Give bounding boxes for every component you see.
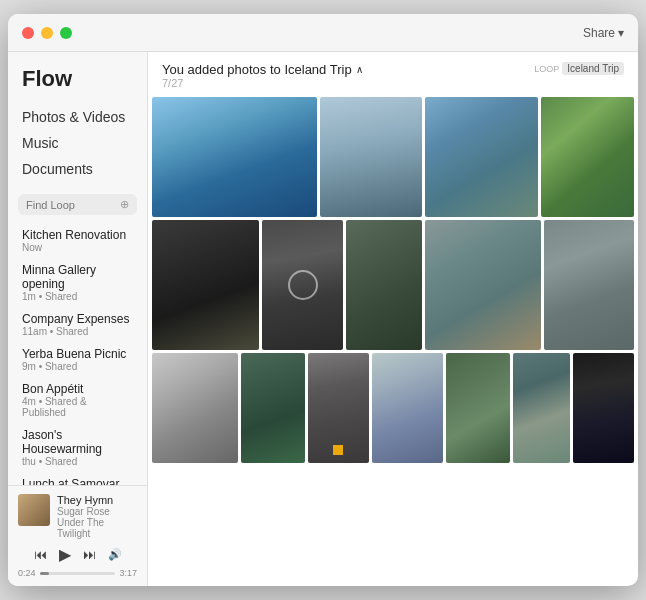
photo-14[interactable] bbox=[446, 353, 510, 463]
chevron-up-icon[interactable]: ∧ bbox=[356, 64, 363, 75]
activity-title: You added photos to Iceland Trip ∧ bbox=[162, 62, 363, 77]
main-header: You added photos to Iceland Trip ∧ 7/27 … bbox=[148, 52, 638, 93]
loop-label: LOOP Iceland Trip bbox=[534, 62, 624, 75]
photo-10[interactable] bbox=[152, 353, 238, 463]
photo-7[interactable] bbox=[346, 220, 422, 350]
loop-item-yerba-buena[interactable]: Yerba Buena Picnic 9m • Shared bbox=[8, 342, 147, 377]
photo-row-1 bbox=[152, 97, 634, 217]
photo-11[interactable] bbox=[241, 353, 305, 463]
photo-row-3 bbox=[152, 353, 634, 463]
play-button[interactable]: ▶ bbox=[56, 544, 74, 565]
photo-3[interactable] bbox=[425, 97, 538, 217]
content-area: Flow Photos & Videos Music Documents ⊕ K… bbox=[8, 52, 638, 586]
photo-9[interactable] bbox=[544, 220, 634, 350]
minimize-button[interactable] bbox=[41, 27, 53, 39]
activity-info: You added photos to Iceland Trip ∧ 7/27 bbox=[162, 62, 363, 89]
photo-8[interactable] bbox=[425, 220, 541, 350]
elapsed-time: 0:24 bbox=[18, 568, 36, 578]
photo-grid bbox=[148, 93, 638, 586]
music-player: They Hymn Sugar Rose Under The Twilight … bbox=[8, 485, 147, 586]
volume-button[interactable]: 🔊 bbox=[105, 547, 125, 562]
search-input[interactable] bbox=[26, 199, 116, 211]
photo-6[interactable] bbox=[262, 220, 343, 350]
music-info: They Hymn Sugar Rose Under The Twilight bbox=[18, 494, 137, 539]
sidebar-item-photos-videos[interactable]: Photos & Videos bbox=[8, 104, 147, 130]
music-controls: ⏮ ▶ ⏭ 🔊 bbox=[18, 544, 137, 565]
search-icon: ⊕ bbox=[120, 198, 129, 211]
share-label: Share bbox=[583, 26, 615, 40]
sidebar: Flow Photos & Videos Music Documents ⊕ K… bbox=[8, 52, 148, 586]
titlebar-actions: Share ▾ bbox=[583, 26, 624, 40]
loop-item-kitchen-renovation[interactable]: Kitchen Renovation Now bbox=[8, 223, 147, 258]
loop-icon: LOOP bbox=[534, 64, 559, 74]
music-progress: 0:24 3:17 bbox=[18, 568, 137, 578]
forward-button[interactable]: ⏭ bbox=[80, 546, 99, 563]
photo-5[interactable] bbox=[152, 220, 259, 350]
main-content: You added photos to Iceland Trip ∧ 7/27 … bbox=[148, 52, 638, 586]
loop-item-jasons-housewarming[interactable]: Jason's Housewarming thu • Shared bbox=[8, 423, 147, 472]
photo-overlay-circle bbox=[288, 270, 318, 300]
sidebar-item-documents[interactable]: Documents bbox=[8, 156, 147, 182]
music-artist: Sugar Rose bbox=[57, 506, 137, 517]
album-art bbox=[18, 494, 50, 526]
sidebar-item-music[interactable]: Music bbox=[8, 130, 147, 156]
share-button[interactable]: Share ▾ bbox=[583, 26, 624, 40]
loop-item-company-expenses[interactable]: Company Expenses 11am • Shared bbox=[8, 307, 147, 342]
progress-bar[interactable] bbox=[40, 572, 116, 575]
loop-item-bon-appetit[interactable]: Bon Appétit 4m • Shared & Published bbox=[8, 377, 147, 423]
photo-pin bbox=[333, 445, 343, 455]
sidebar-search[interactable]: ⊕ bbox=[18, 194, 137, 215]
rewind-button[interactable]: ⏮ bbox=[31, 546, 50, 563]
photo-4[interactable] bbox=[541, 97, 634, 217]
photo-2[interactable] bbox=[320, 97, 423, 217]
loop-item-lunch-at-samovar[interactable]: Lunch at Samovar thu • Shared bbox=[8, 472, 147, 485]
music-album: Under The Twilight bbox=[57, 517, 137, 539]
photo-row-2 bbox=[152, 220, 634, 350]
photo-15[interactable] bbox=[513, 353, 570, 463]
app-window: Share ▾ Flow Photos & Videos Music Docum… bbox=[8, 14, 638, 586]
photo-1[interactable] bbox=[152, 97, 317, 217]
total-time: 3:17 bbox=[119, 568, 137, 578]
loop-tag[interactable]: Iceland Trip bbox=[562, 62, 624, 75]
sidebar-nav: Photos & Videos Music Documents bbox=[8, 100, 147, 186]
activity-date: 7/27 bbox=[162, 77, 363, 89]
loop-item-minna-gallery[interactable]: Minna Gallery opening 1m • Shared bbox=[8, 258, 147, 307]
app-title: Flow bbox=[8, 52, 147, 100]
fullscreen-button[interactable] bbox=[60, 27, 72, 39]
sidebar-loops: Kitchen Renovation Now Minna Gallery ope… bbox=[8, 223, 147, 485]
progress-fill bbox=[40, 572, 49, 575]
photo-13[interactable] bbox=[372, 353, 443, 463]
music-title: They Hymn bbox=[57, 494, 137, 506]
traffic-lights bbox=[22, 27, 72, 39]
photo-12[interactable] bbox=[308, 353, 369, 463]
close-button[interactable] bbox=[22, 27, 34, 39]
music-text: They Hymn Sugar Rose Under The Twilight bbox=[57, 494, 137, 539]
photo-16[interactable] bbox=[573, 353, 634, 463]
titlebar: Share ▾ bbox=[8, 14, 638, 52]
chevron-down-icon: ▾ bbox=[618, 26, 624, 40]
